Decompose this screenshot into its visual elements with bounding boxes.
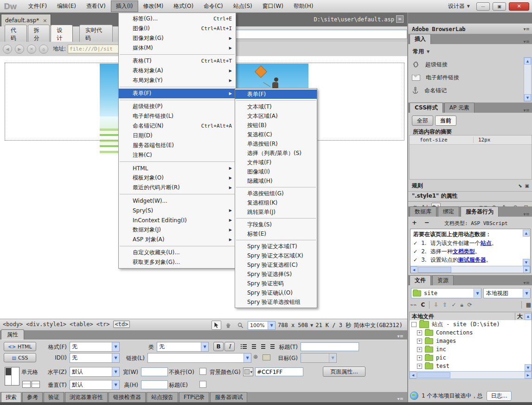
scroll-up-icon[interactable]: ▲ xyxy=(525,313,532,320)
menu-item-comment[interactable]: 注释(C) xyxy=(119,150,236,160)
panel-menu-icon[interactable]: ▾≡ xyxy=(524,26,532,32)
show-cascade-icon[interactable]: ⬊ xyxy=(518,183,522,188)
menu-item-data-objects[interactable]: 数据对象(J)▶ xyxy=(119,225,236,235)
site-link[interactable]: 站点 xyxy=(481,240,492,246)
tab-assets[interactable]: 资源 xyxy=(432,275,454,285)
unordered-list-icon[interactable] xyxy=(239,342,249,351)
collapse-icon[interactable] xyxy=(411,322,417,327)
width-input[interactable] xyxy=(141,367,168,376)
submenu-item-label[interactable]: 标签(E) xyxy=(235,229,317,238)
bg-color-input[interactable] xyxy=(255,367,303,376)
menu-item-layout-objects[interactable]: 布局对象(Y)▶ xyxy=(119,76,236,85)
tag-div-style1[interactable]: <div.style1> xyxy=(26,321,66,328)
submenu-item-text-field[interactable]: 文本域(T) xyxy=(235,102,317,111)
scroll-up-icon[interactable]: ▲ xyxy=(524,58,531,64)
tab-insert-panel[interactable]: 插入 xyxy=(410,34,431,44)
tab-files[interactable]: 文件 xyxy=(410,275,431,285)
ordered-list-icon[interactable] xyxy=(249,342,258,351)
menu-view[interactable]: 查看(V) xyxy=(81,0,111,12)
expand-icon[interactable]: + xyxy=(417,330,422,335)
scroll-left-icon[interactable]: ◀ xyxy=(410,372,417,379)
tree-folder-test[interactable]: + test xyxy=(410,362,532,370)
submenu-item-spry-validation-radio-group[interactable]: Spry 验证单选按钮组 xyxy=(235,297,317,307)
scroll-right-icon[interactable]: ▶ xyxy=(523,266,530,273)
menu-help[interactable]: 帮助(H) xyxy=(288,0,318,12)
submenu-item-fieldset[interactable]: 字段集(S) xyxy=(235,220,317,229)
tree-folder-pic[interactable]: + pic xyxy=(410,354,532,362)
bold-button[interactable]: B xyxy=(213,342,224,351)
zoom-tool-icon[interactable] xyxy=(236,321,245,330)
menu-item-widget[interactable]: Widget(W)... xyxy=(119,196,236,206)
connect-icon[interactable]: ⌁⌁ xyxy=(410,302,417,308)
submenu-item-button[interactable]: 按钮(B) xyxy=(235,121,317,130)
remove-behavior-button[interactable]: − xyxy=(424,219,429,226)
tab-server-debug[interactable]: 服务器调试 xyxy=(210,392,247,402)
checkin-files-icon[interactable]: 🔒︎ xyxy=(460,302,463,308)
menu-file[interactable]: 文件(F) xyxy=(23,0,52,12)
submenu-item-spry-validation-confirm[interactable]: Spry 验证确认(O) xyxy=(235,288,317,297)
menu-item-get-more-objects[interactable]: 获取更多对象(G)... xyxy=(119,257,236,267)
scroll-left-icon[interactable]: ◀ xyxy=(410,266,417,273)
title-attr-input[interactable] xyxy=(301,342,359,351)
menu-item-table-objects[interactable]: 表格对象(A)▶ xyxy=(119,66,236,76)
menu-edit[interactable]: 编辑(E) xyxy=(52,0,81,12)
expand-icon[interactable]: + xyxy=(417,364,422,369)
menu-item-named-anchor[interactable]: 命名锚记(N)Ctrl+Alt+A xyxy=(119,121,236,131)
menu-item-image-objects[interactable]: 图像对象(G)▶ xyxy=(119,33,236,43)
insert-category-dropdown[interactable]: 常用 ▼ xyxy=(413,48,429,56)
submenu-item-spry-validation-checkbox[interactable]: Spry 验证复选框(C) xyxy=(235,260,317,270)
get-files-icon[interactable]: ⇩ xyxy=(434,302,438,308)
submenu-item-jump-menu[interactable]: 跳转菜单(J) xyxy=(235,207,317,217)
stop-icon[interactable]: ✕ xyxy=(27,45,36,54)
vertical-select[interactable]: 默认▼ xyxy=(70,380,120,390)
menu-item-form[interactable]: 表单(F)▶ xyxy=(119,89,236,98)
code-view-button[interactable]: 代码 xyxy=(5,25,27,44)
site-select[interactable]: site ▼ xyxy=(411,288,481,298)
format-select[interactable]: 无▼ xyxy=(70,342,120,352)
properties-tab[interactable]: 属性 xyxy=(1,329,24,340)
css-summary-row[interactable]: font-size 12px xyxy=(410,135,532,145)
insert-item-hyperlink[interactable]: 超级链接 xyxy=(412,59,448,70)
panel-menu-icon[interactable]: ▾≡ xyxy=(394,395,407,402)
tab-css-styles[interactable]: CSS样式 xyxy=(410,103,443,113)
menu-item-customize-favorites[interactable]: 自定义收藏夹(U)... xyxy=(119,248,236,257)
scroll-down-icon[interactable]: ▼ xyxy=(524,94,531,101)
menu-item-server-side-include[interactable]: 服务器端包括(E) xyxy=(119,141,236,150)
menu-item-table[interactable]: 表格(T)Ctrl+Alt+T xyxy=(119,56,236,66)
submenu-item-spry-validation-text-field[interactable]: Spry 验证文本域(T) xyxy=(235,242,317,251)
home-icon[interactable]: ⌂ xyxy=(39,45,48,54)
tag-tr[interactable]: <tr> xyxy=(96,321,110,328)
window-size-indicator[interactable]: 788 x 508 xyxy=(278,322,308,328)
tab-server-behaviors[interactable]: 服务器行为 xyxy=(461,206,499,217)
italic-button[interactable]: I xyxy=(224,342,235,351)
tab-link-checker[interactable]: 链接检查器 xyxy=(109,392,146,402)
menu-item-tag[interactable]: 标签(G)...Ctrl+E xyxy=(119,14,236,24)
menu-item-html[interactable]: HTML▶ xyxy=(119,163,236,173)
scroll-down-icon[interactable]: ▼ xyxy=(525,364,532,371)
menu-item-recent-snippets[interactable]: 最近的代码片断(R)▶ xyxy=(119,183,236,193)
design-view-button[interactable]: 设计 xyxy=(51,25,73,44)
css-mode-button[interactable]: ▤CSS xyxy=(4,353,36,362)
css-all-button[interactable]: 全部 xyxy=(412,116,433,126)
scroll-up-icon[interactable]: ▲ xyxy=(523,230,530,237)
synchronize-icon[interactable]: ⟳ xyxy=(468,302,472,308)
nowrap-checkbox[interactable] xyxy=(199,368,206,375)
submenu-item-spry-validation-select[interactable]: Spry 验证选择(S) xyxy=(235,270,317,279)
hand-tool-icon[interactable] xyxy=(224,321,233,330)
submenu-item-form[interactable]: 表单(F) xyxy=(235,90,317,99)
menu-item-spry[interactable]: Spry(S)▶ xyxy=(119,206,236,215)
menu-item-incontext-editing[interactable]: InContext Editing(I)▶ xyxy=(119,215,236,225)
menu-item-hyperlink[interactable]: 超级链接(P) xyxy=(119,102,236,111)
link-combo[interactable]: ▼ xyxy=(147,353,251,363)
page-properties-button[interactable]: 页面属性... xyxy=(323,366,365,377)
bg-color-swatch[interactable]: ▼ xyxy=(243,367,253,376)
testing-server-link[interactable]: 测试服务器 xyxy=(458,257,486,263)
panel-menu-icon[interactable]: ▾≡ xyxy=(524,212,532,217)
submenu-item-spry-validation-password[interactable]: Spry 验证密码 xyxy=(235,279,317,288)
submenu-item-radio-button[interactable]: 单选按钮(R) xyxy=(235,139,317,148)
id-select[interactable]: 无▼ xyxy=(70,353,120,363)
tree-root-site[interactable]: 站点 - site (D:\site) xyxy=(410,320,532,328)
tab-site-reports[interactable]: 站点报告 xyxy=(147,392,178,402)
tab-browser-compatibility[interactable]: 浏览器兼容性 xyxy=(65,392,108,402)
tab-close-icon[interactable]: × xyxy=(43,18,47,24)
